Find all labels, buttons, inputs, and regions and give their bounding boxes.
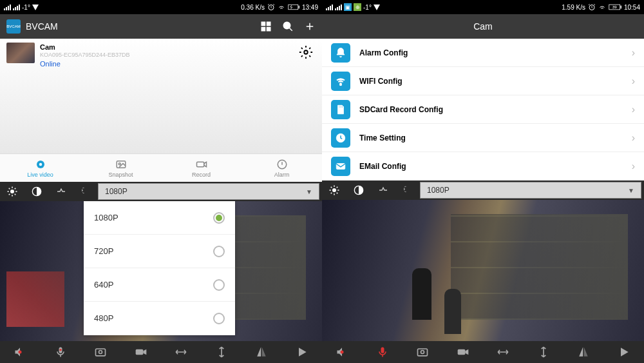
config-time[interactable]: Time Setting › [322, 124, 644, 152]
contrast-icon[interactable] [346, 181, 371, 200]
resolution-select[interactable]: 1080P ▼ [98, 183, 319, 200]
mirror-button[interactable] [574, 343, 592, 361]
clock-label: 13:49 [302, 4, 318, 11]
ir-icon[interactable] [371, 181, 395, 200]
config-wifi[interactable]: WIFI Config › [322, 67, 644, 95]
mirror-button[interactable] [252, 343, 270, 361]
config-email[interactable]: EMail Config › [322, 152, 644, 181]
chevron-right-icon: › [632, 47, 635, 59]
speed-label: 0.36 K/s [241, 4, 265, 11]
tab-record[interactable]: Record [161, 154, 242, 182]
config-sdcard[interactable]: SDCard Record Config › [322, 95, 644, 124]
svg-point-8 [304, 50, 308, 54]
play-button[interactable] [615, 343, 633, 361]
alarm-icon [267, 3, 275, 11]
resolution-option[interactable]: 640P [84, 268, 235, 302]
brightness-icon[interactable] [322, 181, 346, 200]
config-alarm[interactable]: Alarm Config › [322, 39, 644, 67]
flip-v-button[interactable] [535, 343, 553, 361]
resolution-option[interactable]: 720P [84, 235, 235, 268]
device-id: KOA095-EC95A795D244-EB37DB [40, 52, 130, 59]
chevron-right-icon: › [632, 132, 635, 144]
grid-icon[interactable] [260, 21, 272, 32]
svg-point-12 [118, 162, 120, 164]
record-button[interactable] [454, 343, 472, 361]
contrast-icon[interactable] [24, 182, 49, 201]
snapshot-button[interactable] [413, 343, 431, 361]
config-label: WIFI Config [359, 77, 623, 86]
brightness-icon[interactable] [0, 182, 24, 201]
device-status: Online [40, 59, 130, 68]
video-controls [322, 341, 644, 363]
tab-live-video[interactable]: Live video [0, 154, 80, 182]
svg-rect-5 [261, 28, 265, 31]
svg-rect-3 [261, 22, 265, 25]
flip-h-button[interactable] [494, 343, 512, 361]
search-icon[interactable] [282, 21, 294, 32]
flip-h-button[interactable] [172, 343, 190, 361]
svg-point-7 [283, 22, 290, 29]
mic-button[interactable] [52, 343, 70, 361]
snapshot-button[interactable] [91, 343, 109, 361]
svg-point-21 [99, 351, 102, 354]
night-icon[interactable] [73, 182, 98, 201]
signal-icon [4, 4, 11, 10]
resolution-select[interactable]: 1080P ▼ [420, 182, 641, 199]
app-logo-icon: BVCAM [6, 19, 21, 34]
device-thumbnail [6, 43, 35, 63]
tab-label: Alarm [274, 172, 290, 178]
left-panel: -1° 0.36 K/s 13:49 BVCAM BVCAM Cam KOA09… [0, 0, 322, 363]
tab-snapshot[interactable]: Snapshot [80, 154, 161, 182]
settings-icon[interactable] [299, 45, 313, 59]
temp-label: -1° [363, 4, 372, 11]
video-toolbar: 1080P ▼ [0, 182, 322, 201]
radio-icon [213, 246, 225, 257]
resolution-option[interactable]: 480P [84, 302, 235, 335]
wifi-icon [278, 3, 285, 11]
chevron-right-icon: › [632, 75, 635, 87]
svg-rect-28 [339, 106, 340, 107]
play-button[interactable] [293, 343, 311, 361]
svg-rect-37 [418, 349, 428, 356]
svg-rect-36 [381, 348, 384, 353]
flip-v-button[interactable] [213, 343, 231, 361]
video-feed[interactable] [322, 200, 644, 341]
signal-icon [13, 4, 20, 10]
record-button[interactable] [132, 343, 150, 361]
resolution-current: 1080P [105, 187, 128, 196]
device-name: Cam [40, 43, 130, 52]
status-bar: ▣ ⊕ -1° 1.59 K/s 39 10:54 [322, 0, 644, 14]
device-row[interactable]: Cam KOA095-EC95A795D244-EB37DB Online [0, 39, 322, 72]
app-title: BVCAM [26, 21, 58, 32]
speaker-button[interactable] [11, 343, 29, 361]
mic-button[interactable] [374, 343, 392, 361]
app-header: BVCAM BVCAM [0, 14, 322, 39]
svg-rect-13 [196, 162, 204, 167]
svg-point-17 [19, 351, 22, 354]
tab-alarm[interactable]: Alarm [242, 154, 322, 182]
wifi-icon [331, 72, 350, 91]
cam-header: Cam [322, 14, 644, 39]
svg-rect-4 [267, 22, 270, 25]
resolution-option[interactable]: 1080P [84, 201, 235, 235]
config-label: Time Setting [359, 133, 623, 142]
speaker-button[interactable] [333, 343, 351, 361]
shield-icon [374, 5, 380, 10]
signal-icon [326, 4, 333, 10]
config-label: SDCard Record Config [359, 105, 623, 114]
radio-icon [213, 279, 225, 291]
bottom-tabs: Live video Snapshot Record Alarm [0, 153, 322, 182]
battery-icon [288, 4, 299, 10]
clock-label: 10:54 [624, 4, 640, 11]
svg-rect-6 [267, 28, 270, 31]
speed-label: 1.59 K/s [562, 4, 585, 11]
plus-icon[interactable] [304, 21, 316, 32]
video-feed[interactable]: 1080P 720P 640P 480P [0, 201, 322, 341]
video-controls [0, 341, 322, 363]
tab-label: Record [192, 172, 211, 178]
signal-icon [335, 4, 342, 10]
ir-icon[interactable] [49, 182, 73, 201]
radio-icon [213, 313, 225, 324]
night-icon[interactable] [395, 181, 420, 200]
svg-point-19 [59, 349, 61, 351]
